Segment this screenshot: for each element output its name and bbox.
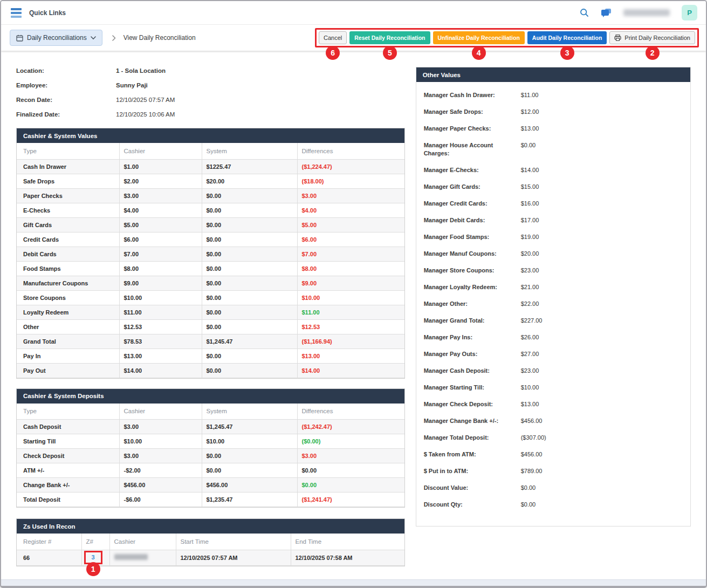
col-differences: Differences [297, 404, 404, 420]
cancel-label: Cancel [324, 35, 342, 41]
values-table-header-row: Type Cashier System Differences [17, 143, 404, 159]
end-time: 12/10/2025 07:58 AM [291, 550, 404, 565]
col-cashier: Cashier [119, 143, 202, 159]
table-row: Change Bank +/-$456.00$456.00$0.00 [17, 478, 404, 493]
table-row: Food Stamps$8.00$0.00$8.00 [17, 261, 404, 276]
topbar-right: P [580, 5, 697, 20]
left-column: Location: 1 - Sola Location Employee: Su… [16, 67, 405, 566]
other-value-item: Manager E-Checks:$14.00 [416, 162, 690, 179]
other-value-item: Manager House Account Charges:$0.00 [416, 137, 690, 162]
other-value-item: Discount Value:$0.00 [416, 480, 690, 496]
values-table-title: Cashier & System Values [17, 128, 404, 143]
hamburger-menu-icon[interactable] [11, 8, 22, 18]
values-table-panel: Cashier & System Values Type Cashier Sys… [16, 128, 405, 379]
zs-table-panel: Zs Used In Recon Register # Z# Cashier S… [16, 518, 405, 566]
table-row: Check Deposit$3.00$0.00$3.00 [17, 449, 404, 463]
z-number-link[interactable]: 3 [92, 554, 95, 560]
dropdown-label: Daily Reconciliations [27, 34, 87, 42]
z-number-cell: 3 1 [81, 550, 109, 565]
app-title: Quick Links [29, 9, 66, 17]
right-column: Other Values Manager Cash In Drawer:$11.… [416, 67, 691, 527]
avatar[interactable]: P [682, 5, 697, 20]
recon-info-block: Location: 1 - Sola Location Employee: Su… [16, 67, 405, 119]
other-value-item: Manager Cash In Drawer:$11.00 [416, 87, 690, 104]
search-icon[interactable] [580, 8, 589, 17]
calendar-icon [16, 35, 23, 42]
audit-label: Audit Daily Reconciliation [532, 35, 602, 41]
print-daily-reconciliation-button[interactable]: Print Daily Reconciliation 2 [609, 31, 695, 44]
other-value-item: Manager Grand Total:$227.00 [416, 312, 690, 329]
deposits-table-header-row: Type Cashier System Differences [17, 404, 404, 420]
redacted-username [623, 9, 670, 16]
location-value: 1 - Sola Location [116, 67, 166, 75]
table-row: Debit Cards$7.00$0.00$7.00 [17, 247, 404, 261]
other-value-item: Manager Change Bank +/-:$456.00 [416, 413, 690, 429]
unfinalize-daily-reconciliation-button[interactable]: Unfinalize Daily Reconciliation 4 [433, 31, 525, 44]
col-start-time: Start Time [176, 534, 291, 550]
deposits-table: Type Cashier System Differences Cash Dep… [17, 404, 404, 508]
col-differences: Differences [297, 143, 404, 159]
other-value-item: Discount Qty:$0.00 [416, 496, 690, 513]
register-number: 66 [17, 550, 81, 565]
other-value-item: Manager Cash Deposit:$23.00 [416, 363, 690, 379]
other-value-item: Manager Starting Till:$10.00 [416, 379, 690, 396]
annotation-badge-1: 1 [86, 562, 100, 576]
zs-table-header-row: Register # Z# Cashier Start Time End Tim… [17, 534, 404, 550]
employee-label: Employee: [16, 81, 116, 90]
table-row: Store Coupons$10.00$0.00$10.00 [17, 290, 404, 305]
reset-daily-reconciliation-button[interactable]: Reset Daily Reconciliation 5 [349, 31, 430, 44]
col-system: System [202, 404, 297, 420]
other-value-item: Manager Loyalty Redeem:$21.00 [416, 279, 690, 296]
other-value-item: Manager Safe Drops:$12.00 [416, 104, 690, 120]
daily-reconciliations-dropdown[interactable]: Daily Reconciliations [10, 30, 102, 46]
zs-table: Register # Z# Cashier Start Time End Tim… [17, 534, 404, 566]
info-row-location: Location: 1 - Sola Location [16, 67, 405, 75]
other-value-item: Manager Paper Checks:$13.00 [416, 120, 690, 137]
page-title: View Daily Reconciliation [123, 34, 196, 42]
other-value-item: Manager Other:$22.00 [416, 296, 690, 312]
table-row: Pay Out$14.00$0.00$14.00 [17, 363, 404, 378]
start-time: 12/10/2025 07:57 AM [176, 550, 291, 565]
recon-date-value: 12/10/2025 07:57 AM [116, 96, 175, 104]
other-value-item: Manager Total Deposit:($307.00) [416, 429, 690, 446]
table-row: Grand Total$78.53$1,245.47($1,166.94) [17, 334, 404, 348]
other-value-item: Manager Debit Cards:$17.00 [416, 212, 690, 229]
other-value-item: Manager Food Stamps:$19.00 [416, 229, 690, 245]
recon-date-label: Recon Date: [16, 96, 116, 104]
table-row: Credit Cards$6.00$0.00$6.00 [17, 232, 404, 247]
other-values-panel: Other Values Manager Cash In Drawer:$11.… [416, 67, 691, 527]
other-value-item: Manager Gift Cards:$15.00 [416, 179, 690, 195]
printer-icon [614, 35, 621, 41]
table-row: Gift Cards$5.00$0.00$5.00 [17, 217, 404, 232]
table-row: E-Checks$4.00$0.00$4.00 [17, 203, 404, 217]
table-row: Paper Checks$3.00$0.00$3.00 [17, 188, 404, 203]
other-value-item: Manager Pay Ins:$26.00 [416, 329, 690, 346]
location-label: Location: [16, 67, 116, 75]
cancel-button[interactable]: Cancel 6 [319, 31, 347, 44]
audit-daily-reconciliation-button[interactable]: Audit Daily Reconciliation 3 [527, 31, 607, 44]
chevron-down-icon [91, 36, 96, 40]
col-cashier: Cashier [119, 404, 202, 420]
info-row-employee: Employee: Sunny Paji [16, 81, 405, 90]
other-values-title: Other Values [416, 67, 690, 82]
other-value-item: Manager Manuf Coupons:$20.00 [416, 245, 690, 262]
redacted-cashier-name [114, 554, 148, 560]
deposits-table-panel: Cashier & System Deposits Type Cashier S… [16, 388, 405, 508]
unfinalize-label: Unfinalize Daily Reconciliation [438, 35, 520, 41]
col-register: Register # [17, 534, 81, 550]
finalized-date-value: 12/10/2025 10:06 AM [116, 111, 175, 119]
other-value-item: $ Put in to ATM:$789.00 [416, 463, 690, 480]
breadcrumb-chevron-icon [112, 35, 116, 41]
col-type: Type [17, 404, 119, 420]
col-type: Type [17, 143, 119, 159]
footer-strip [1, 579, 706, 586]
deposits-table-title: Cashier & System Deposits [17, 389, 404, 404]
breadcrumb-bar: Daily Reconciliations View Daily Reconci… [1, 25, 706, 51]
cashier-cell [109, 550, 176, 565]
table-row: Loyalty Redeem$11.00$0.00$11.00 [17, 305, 404, 319]
chat-icon[interactable] [601, 8, 612, 18]
app-window: Quick Links P Daily Reconciliations [0, 0, 707, 588]
main-content: Location: 1 - Sola Location Employee: Su… [1, 51, 706, 566]
other-value-item: Manager Check Deposit:$13.00 [416, 396, 690, 413]
col-z-number: Z# [81, 534, 109, 550]
